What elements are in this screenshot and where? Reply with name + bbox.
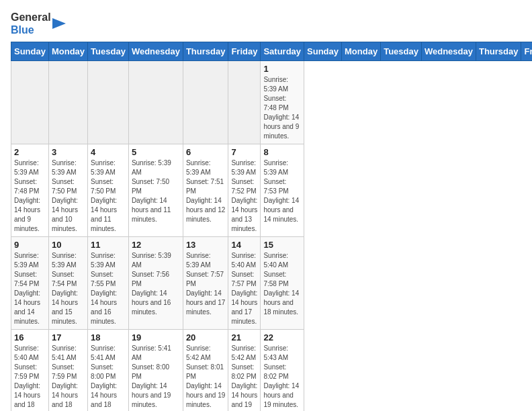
calendar-cell: 9Sunrise: 5:39 AMSunset: 7:54 PMDaylight… xyxy=(11,237,49,330)
calendar-cell: 11Sunrise: 5:39 AMSunset: 7:55 PMDayligh… xyxy=(88,237,129,330)
day-info: Sunrise: 5:39 AMSunset: 7:56 PMDaylight:… xyxy=(132,251,180,317)
day-info: Sunrise: 5:39 AMSunset: 7:53 PMDaylight:… xyxy=(263,158,301,224)
weekday-header-wednesday: Wednesday xyxy=(421,42,476,61)
day-of-week-wednesday: Wednesday xyxy=(128,42,183,61)
day-number: 10 xyxy=(52,240,85,250)
weekday-header-thursday: Thursday xyxy=(476,42,521,61)
day-of-week-sunday: Sunday xyxy=(11,42,49,61)
day-number: 16 xyxy=(14,332,46,342)
day-info: Sunrise: 5:39 AMSunset: 7:48 PMDaylight:… xyxy=(14,158,46,234)
calendar-cell: 8Sunrise: 5:39 AMSunset: 7:53 PMDaylight… xyxy=(261,144,304,237)
day-number: 20 xyxy=(186,332,226,342)
day-number: 17 xyxy=(52,332,85,342)
weekday-header-sunday: Sunday xyxy=(304,42,342,61)
weekday-header-monday: Monday xyxy=(342,42,381,61)
calendar-cell xyxy=(183,61,228,144)
day-info: Sunrise: 5:39 AMSunset: 7:54 PMDaylight:… xyxy=(52,251,85,326)
day-number: 21 xyxy=(231,332,257,342)
calendar-cell: 20Sunrise: 5:42 AMSunset: 8:01 PMDayligh… xyxy=(183,330,228,411)
day-number: 14 xyxy=(231,240,257,250)
calendar-cell: 2Sunrise: 5:39 AMSunset: 7:48 PMDaylight… xyxy=(11,144,49,237)
day-of-week-friday: Friday xyxy=(228,42,261,61)
day-info: Sunrise: 5:41 AMSunset: 8:00 PMDaylight:… xyxy=(132,344,180,410)
calendar-cell xyxy=(128,61,183,144)
day-of-week-monday: Monday xyxy=(48,42,87,61)
page-header: GeneralBlue xyxy=(11,11,521,36)
day-number: 11 xyxy=(91,240,126,250)
day-info: Sunrise: 5:39 AMSunset: 7:50 PMDaylight:… xyxy=(91,158,126,234)
day-info: Sunrise: 5:39 AMSunset: 7:48 PMDaylight:… xyxy=(263,75,301,141)
calendar-cell: 16Sunrise: 5:40 AMSunset: 7:59 PMDayligh… xyxy=(11,330,49,411)
calendar-week-row: 2Sunrise: 5:39 AMSunset: 7:48 PMDaylight… xyxy=(11,144,533,237)
day-number: 12 xyxy=(132,240,180,250)
day-info: Sunrise: 5:40 AMSunset: 7:57 PMDaylight:… xyxy=(231,251,257,326)
calendar-week-row: 9Sunrise: 5:39 AMSunset: 7:54 PMDaylight… xyxy=(11,237,533,330)
calendar-week-row: 16Sunrise: 5:40 AMSunset: 7:59 PMDayligh… xyxy=(11,330,533,411)
day-number: 8 xyxy=(263,147,301,157)
day-number: 5 xyxy=(132,147,180,157)
day-number: 9 xyxy=(14,240,46,250)
weekday-header-friday: Friday xyxy=(521,42,532,61)
calendar-cell xyxy=(48,61,87,144)
day-number: 1 xyxy=(263,64,301,74)
day-info: Sunrise: 5:41 AMSunset: 8:00 PMDaylight:… xyxy=(91,344,126,411)
day-info: Sunrise: 5:39 AMSunset: 7:51 PMDaylight:… xyxy=(186,158,226,224)
calendar-cell xyxy=(228,61,261,144)
day-number: 13 xyxy=(186,240,226,250)
day-number: 3 xyxy=(52,147,85,157)
day-info: Sunrise: 5:42 AMSunset: 8:01 PMDaylight:… xyxy=(186,344,226,410)
calendar-cell: 22Sunrise: 5:43 AMSunset: 8:02 PMDayligh… xyxy=(261,330,304,411)
calendar-cell: 7Sunrise: 5:39 AMSunset: 7:52 PMDaylight… xyxy=(228,144,261,237)
calendar-cell: 4Sunrise: 5:39 AMSunset: 7:50 PMDaylight… xyxy=(88,144,129,237)
day-number: 4 xyxy=(91,147,126,157)
day-number: 18 xyxy=(91,332,126,342)
day-info: Sunrise: 5:39 AMSunset: 7:55 PMDaylight:… xyxy=(91,251,126,326)
day-info: Sunrise: 5:43 AMSunset: 8:02 PMDaylight:… xyxy=(263,344,301,410)
calendar-cell xyxy=(11,61,49,144)
calendar-cell: 10Sunrise: 5:39 AMSunset: 7:54 PMDayligh… xyxy=(48,237,87,330)
calendar-week-row: 1Sunrise: 5:39 AMSunset: 7:48 PMDaylight… xyxy=(11,61,533,144)
day-info: Sunrise: 5:42 AMSunset: 8:02 PMDaylight:… xyxy=(231,344,257,411)
logo: GeneralBlue xyxy=(11,11,66,36)
day-number: 19 xyxy=(132,332,180,342)
calendar-cell: 18Sunrise: 5:41 AMSunset: 8:00 PMDayligh… xyxy=(88,330,129,411)
day-of-week-thursday: Thursday xyxy=(183,42,228,61)
calendar-cell: 13Sunrise: 5:39 AMSunset: 7:57 PMDayligh… xyxy=(183,237,228,330)
day-info: Sunrise: 5:41 AMSunset: 7:59 PMDaylight:… xyxy=(52,344,85,411)
calendar-table: SundayMondayTuesdayWednesdayThursdayFrid… xyxy=(11,42,532,411)
logo-triangle-icon xyxy=(52,13,66,34)
day-number: 2 xyxy=(14,147,46,157)
day-info: Sunrise: 5:40 AMSunset: 7:59 PMDaylight:… xyxy=(14,344,46,411)
calendar-cell: 3Sunrise: 5:39 AMSunset: 7:50 PMDaylight… xyxy=(48,144,87,237)
logo-text: GeneralBlue xyxy=(11,11,51,36)
weekday-header-tuesday: Tuesday xyxy=(381,42,422,61)
day-number: 7 xyxy=(231,147,257,157)
calendar-cell: 21Sunrise: 5:42 AMSunset: 8:02 PMDayligh… xyxy=(228,330,261,411)
calendar-cell: 6Sunrise: 5:39 AMSunset: 7:51 PMDaylight… xyxy=(183,144,228,237)
logo-wrapper: GeneralBlue xyxy=(11,11,66,36)
calendar-cell: 5Sunrise: 5:39 AMSunset: 7:50 PMDaylight… xyxy=(128,144,183,237)
day-info: Sunrise: 5:39 AMSunset: 7:57 PMDaylight:… xyxy=(186,251,226,317)
day-info: Sunrise: 5:40 AMSunset: 7:58 PMDaylight:… xyxy=(263,251,301,317)
calendar-cell: 17Sunrise: 5:41 AMSunset: 7:59 PMDayligh… xyxy=(48,330,87,411)
day-of-week-saturday: Saturday xyxy=(261,42,304,61)
day-number: 15 xyxy=(263,240,301,250)
day-number: 6 xyxy=(186,147,226,157)
day-of-week-tuesday: Tuesday xyxy=(88,42,129,61)
day-info: Sunrise: 5:39 AMSunset: 7:50 PMDaylight:… xyxy=(52,158,85,234)
calendar-cell xyxy=(88,61,129,144)
day-info: Sunrise: 5:39 AMSunset: 7:50 PMDaylight:… xyxy=(132,158,180,224)
day-info: Sunrise: 5:39 AMSunset: 7:54 PMDaylight:… xyxy=(14,251,46,326)
calendar-header-row: SundayMondayTuesdayWednesdayThursdayFrid… xyxy=(11,42,533,61)
day-number: 22 xyxy=(263,332,301,342)
svg-marker-0 xyxy=(52,18,66,29)
day-info: Sunrise: 5:39 AMSunset: 7:52 PMDaylight:… xyxy=(231,158,257,234)
calendar-cell: 14Sunrise: 5:40 AMSunset: 7:57 PMDayligh… xyxy=(228,237,261,330)
calendar-cell: 15Sunrise: 5:40 AMSunset: 7:58 PMDayligh… xyxy=(261,237,304,330)
calendar-cell: 19Sunrise: 5:41 AMSunset: 8:00 PMDayligh… xyxy=(128,330,183,411)
calendar-cell: 1Sunrise: 5:39 AMSunset: 7:48 PMDaylight… xyxy=(261,61,304,144)
calendar-cell: 12Sunrise: 5:39 AMSunset: 7:56 PMDayligh… xyxy=(128,237,183,330)
